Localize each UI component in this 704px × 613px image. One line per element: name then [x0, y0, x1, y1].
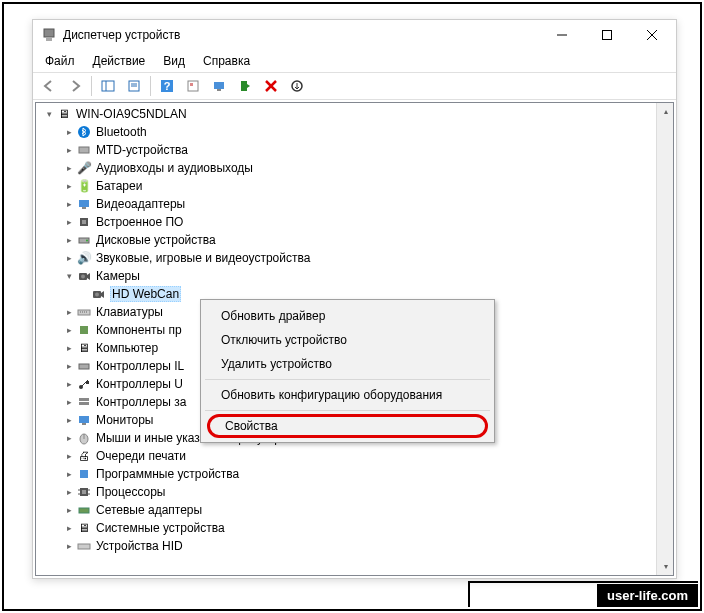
- tree-node-battery[interactable]: ▸🔋Батареи: [36, 177, 673, 195]
- scan-hardware-button[interactable]: [207, 74, 231, 98]
- expander-icon[interactable]: ▸: [62, 323, 76, 337]
- menubar: Файл Действие Вид Справка: [33, 50, 676, 72]
- expander-icon[interactable]: ▾: [62, 269, 76, 283]
- audio-icon: 🎤: [76, 160, 92, 176]
- software-icon: [76, 466, 92, 482]
- expander-icon[interactable]: ▾: [42, 107, 56, 121]
- ctx-uninstall[interactable]: Удалить устройство: [203, 352, 492, 376]
- disk-icon: [76, 232, 92, 248]
- svg-rect-17: [241, 81, 247, 91]
- expander-icon[interactable]: ▸: [62, 413, 76, 427]
- svg-rect-53: [79, 508, 89, 513]
- sound-icon: 🔊: [76, 250, 92, 266]
- menu-action[interactable]: Действие: [85, 52, 154, 70]
- tree-node-mtd[interactable]: ▸MTD-устройства: [36, 141, 673, 159]
- expander-icon[interactable]: ▸: [62, 125, 76, 139]
- tree-node-firmware[interactable]: ▸Встроенное ПО: [36, 213, 673, 231]
- tree-node-hid[interactable]: ▸Устройства HID: [36, 537, 673, 555]
- expander-icon[interactable]: ▸: [62, 377, 76, 391]
- expander-icon[interactable]: ▸: [62, 179, 76, 193]
- svg-rect-40: [79, 398, 89, 401]
- ctx-update-driver[interactable]: Обновить драйвер: [203, 304, 492, 328]
- expander-icon[interactable]: ▸: [62, 521, 76, 535]
- tree-root[interactable]: ▾🖥WIN-OIA9C5NDLAN: [36, 105, 673, 123]
- display-icon: [76, 196, 92, 212]
- svg-rect-43: [82, 423, 86, 425]
- help-button[interactable]: ?: [155, 74, 179, 98]
- action-button-1[interactable]: [181, 74, 205, 98]
- titlebar: Диспетчер устройств: [33, 20, 676, 50]
- mouse-icon: [76, 430, 92, 446]
- component-icon: [76, 322, 92, 338]
- hid-icon: [76, 538, 92, 554]
- tree-node-sound[interactable]: ▸🔊Звуковые, игровые и видеоустройства: [36, 249, 673, 267]
- scroll-down-button[interactable]: ▾: [657, 558, 674, 575]
- tree-node-audio[interactable]: ▸🎤Аудиовходы и аудиовыходы: [36, 159, 673, 177]
- expander-icon[interactable]: ▸: [62, 197, 76, 211]
- svg-point-32: [95, 293, 99, 297]
- expander-icon[interactable]: ▸: [62, 449, 76, 463]
- expander-icon[interactable]: ▸: [62, 215, 76, 229]
- maximize-button[interactable]: [584, 21, 629, 50]
- expander-icon[interactable]: ▸: [62, 305, 76, 319]
- update-driver-button[interactable]: [285, 74, 309, 98]
- properties-button[interactable]: [122, 74, 146, 98]
- forward-button[interactable]: [63, 74, 87, 98]
- expander-icon[interactable]: ▸: [62, 341, 76, 355]
- uninstall-button[interactable]: [259, 74, 283, 98]
- ctx-separator: [205, 410, 490, 411]
- minimize-button[interactable]: [539, 21, 584, 50]
- svg-rect-35: [80, 326, 88, 334]
- tree-node-video[interactable]: ▸Видеоадаптеры: [36, 195, 673, 213]
- expander-icon[interactable]: ▸: [62, 539, 76, 553]
- expander-icon[interactable]: ▸: [62, 251, 76, 265]
- tree-node-printqueue[interactable]: ▸🖨Очереди печати: [36, 447, 673, 465]
- svg-rect-41: [79, 402, 89, 405]
- tree-node-cameras[interactable]: ▾Камеры: [36, 267, 673, 285]
- expander-icon[interactable]: ▸: [62, 161, 76, 175]
- expander-icon[interactable]: ▸: [62, 503, 76, 517]
- tree-node-disk[interactable]: ▸Дисковые устройства: [36, 231, 673, 249]
- expander-icon[interactable]: ▸: [62, 395, 76, 409]
- expander-icon[interactable]: ▸: [62, 467, 76, 481]
- enable-button[interactable]: [233, 74, 257, 98]
- expander-icon[interactable]: ▸: [62, 431, 76, 445]
- camera-icon: [76, 268, 92, 284]
- show-hide-tree-button[interactable]: [96, 74, 120, 98]
- ctx-scan[interactable]: Обновить конфигурацию оборудования: [203, 383, 492, 407]
- app-icon: [41, 27, 57, 43]
- mtd-icon: [76, 142, 92, 158]
- tree-node-processors[interactable]: ▸Процессоры: [36, 483, 673, 501]
- svg-rect-26: [82, 220, 86, 224]
- computer-icon: 🖥: [76, 340, 92, 356]
- tree-node-bluetooth[interactable]: ▸Bluetooth: [36, 123, 673, 141]
- tree-node-network[interactable]: ▸Сетевые адаптеры: [36, 501, 673, 519]
- tree-node-software-devices[interactable]: ▸Программные устройства: [36, 465, 673, 483]
- context-menu: Обновить драйвер Отключить устройство Уд…: [200, 299, 495, 443]
- ctx-disable[interactable]: Отключить устройство: [203, 328, 492, 352]
- menu-file[interactable]: Файл: [37, 52, 83, 70]
- svg-rect-6: [102, 81, 114, 91]
- back-button[interactable]: [37, 74, 61, 98]
- menu-view[interactable]: Вид: [155, 52, 193, 70]
- monitor-icon: [76, 412, 92, 428]
- svg-text:?: ?: [164, 80, 171, 92]
- close-button[interactable]: [629, 21, 674, 50]
- svg-rect-14: [190, 83, 193, 86]
- scroll-up-button[interactable]: ▴: [657, 103, 674, 120]
- expander-icon[interactable]: ▸: [62, 359, 76, 373]
- svg-rect-3: [602, 31, 611, 40]
- tree-node-system[interactable]: ▸🖥Системные устройства: [36, 519, 673, 537]
- svg-point-30: [81, 275, 85, 279]
- svg-rect-46: [80, 470, 88, 478]
- expander-icon[interactable]: ▸: [62, 143, 76, 157]
- svg-rect-22: [79, 147, 89, 153]
- expander-icon[interactable]: ▸: [62, 233, 76, 247]
- expander-icon[interactable]: ▸: [62, 485, 76, 499]
- controller-icon: [76, 358, 92, 374]
- ctx-properties[interactable]: Свойства: [207, 414, 488, 438]
- bluetooth-icon: [76, 124, 92, 140]
- scrollbar[interactable]: ▴ ▾: [656, 103, 673, 575]
- menu-help[interactable]: Справка: [195, 52, 258, 70]
- svg-rect-16: [217, 89, 221, 91]
